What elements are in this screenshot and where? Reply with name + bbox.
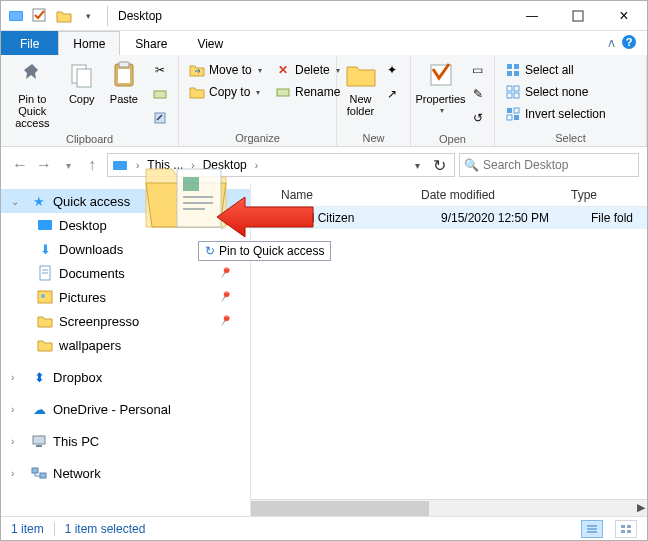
history-button[interactable]: ↺	[466, 107, 490, 129]
svg-rect-22	[514, 93, 519, 98]
chevron-right-icon[interactable]: ›	[187, 160, 198, 171]
minimize-button[interactable]: —	[509, 1, 555, 31]
tree-item-documents[interactable]: Documents📍	[1, 261, 250, 285]
shortcut-icon	[152, 110, 168, 126]
search-box[interactable]: 🔍 Search Desktop	[459, 153, 639, 177]
svg-rect-19	[507, 86, 512, 91]
star-icon: ★	[31, 193, 47, 209]
rename-button[interactable]: Rename	[271, 81, 344, 103]
tab-share[interactable]: Share	[120, 31, 182, 55]
new-item-button[interactable]: ✦	[380, 59, 404, 81]
qat-newfolder-icon[interactable]	[53, 5, 75, 27]
invert-selection-button[interactable]: Invert selection	[501, 103, 610, 125]
file-row[interactable]: Digital Citizen 9/15/2020 12:50 PM File …	[251, 207, 647, 229]
move-to-icon	[189, 62, 205, 78]
easy-access-button[interactable]: ↗	[380, 83, 404, 105]
select-none-button[interactable]: Select none	[501, 81, 592, 103]
column-date[interactable]: Date modified	[411, 188, 561, 202]
svg-rect-25	[507, 115, 512, 120]
address-history-button[interactable]: ▾	[406, 154, 428, 176]
recent-locations-button[interactable]: ▾	[57, 154, 79, 176]
pin-to-quick-access-button[interactable]: Pin to Quick access	[7, 59, 58, 129]
file-type: File fold	[591, 211, 647, 225]
tree-onedrive[interactable]: › ☁ OneDrive - Personal	[1, 397, 250, 421]
navigation-tree[interactable]: ⌄ ★ Quick access Desktop📍 ⬇ Downloads📍 D…	[1, 183, 251, 516]
chevron-right-icon[interactable]: ›	[251, 160, 262, 171]
easy-access-icon: ↗	[384, 86, 400, 102]
column-type[interactable]: Type	[561, 188, 607, 202]
pin-icon: 📍	[216, 312, 235, 331]
delete-button[interactable]: ✕ Delete▾	[271, 59, 344, 81]
svg-rect-23	[507, 108, 512, 113]
search-icon: 🔍	[464, 158, 479, 172]
breadcrumb-root[interactable]: This ...	[147, 158, 183, 172]
chevron-down-icon[interactable]: ⌄	[11, 196, 25, 207]
tree-item-desktop[interactable]: Desktop📍	[1, 213, 250, 237]
svg-rect-28	[38, 220, 52, 230]
tree-quick-access[interactable]: ⌄ ★ Quick access	[1, 189, 250, 213]
help-icon[interactable]: ?	[621, 34, 637, 53]
open-button[interactable]: ▭	[466, 59, 490, 81]
svg-rect-7	[77, 69, 91, 87]
tree-item-screenpresso[interactable]: Screenpresso📍	[1, 309, 250, 333]
copy-to-button[interactable]: Copy to▾	[185, 81, 264, 103]
select-all-button[interactable]: Select all	[501, 59, 578, 81]
window-title: Desktop	[112, 9, 162, 23]
path-icon	[152, 86, 168, 102]
qat-dropdown-icon[interactable]: ▾	[77, 5, 99, 27]
scrollbar-thumb[interactable]	[251, 501, 429, 516]
refresh-button[interactable]: ↻	[428, 154, 450, 176]
chevron-right-icon[interactable]: ›	[11, 468, 25, 479]
details-view-button[interactable]	[581, 520, 603, 538]
up-button[interactable]: ↑	[81, 154, 103, 176]
rename-icon	[275, 84, 291, 100]
desktop-icon	[37, 217, 53, 233]
ribbon-tabs: File Home Share View ʌ ?	[1, 31, 647, 55]
back-button[interactable]: ←	[9, 154, 31, 176]
chevron-right-icon[interactable]: ›	[132, 160, 143, 171]
thumbnails-view-button[interactable]	[615, 520, 637, 538]
tab-home[interactable]: Home	[58, 31, 120, 55]
maximize-button[interactable]	[555, 1, 601, 31]
column-headers[interactable]: Name Date modified Type	[251, 183, 647, 207]
close-button[interactable]: ×	[601, 1, 647, 31]
nav-row: ← → ▾ ↑ › This ... › Desktop › ▾ ↻ 🔍 Sea…	[1, 147, 647, 183]
invert-selection-icon	[505, 106, 521, 122]
chevron-right-icon[interactable]: ›	[11, 404, 25, 415]
copy-icon	[66, 59, 98, 91]
svg-rect-9	[119, 62, 129, 67]
forward-button[interactable]: →	[33, 154, 55, 176]
paste-button[interactable]: Paste	[106, 59, 142, 105]
breadcrumb-current[interactable]: Desktop	[203, 158, 247, 172]
svg-rect-37	[40, 473, 46, 478]
tab-file[interactable]: File	[1, 31, 58, 55]
svg-rect-18	[514, 71, 519, 76]
chevron-right-icon[interactable]: ›	[11, 436, 25, 447]
edit-icon: ✎	[470, 86, 486, 102]
tree-dropbox[interactable]: › ⬍ Dropbox	[1, 365, 250, 389]
edit-button[interactable]: ✎	[466, 83, 490, 105]
file-name: Digital Citizen	[281, 211, 441, 225]
copy-button[interactable]: Copy	[64, 59, 100, 105]
group-label-new: New	[337, 132, 410, 146]
tree-item-pictures[interactable]: Pictures📍	[1, 285, 250, 309]
location-icon	[112, 157, 128, 173]
tree-network[interactable]: › Network	[1, 461, 250, 485]
tab-view[interactable]: View	[182, 31, 238, 55]
horizontal-scrollbar[interactable]: ▶	[251, 499, 647, 516]
copy-path-button[interactable]	[148, 83, 172, 105]
column-name[interactable]: Name	[251, 188, 411, 202]
tree-item-wallpapers[interactable]: wallpapers	[1, 333, 250, 357]
chevron-right-icon[interactable]: ›	[11, 372, 25, 383]
address-bar[interactable]: › This ... › Desktop › ▾ ↻	[107, 153, 455, 177]
tree-this-pc[interactable]: › This PC	[1, 429, 250, 453]
paste-shortcut-button[interactable]	[148, 107, 172, 129]
scroll-right-icon[interactable]: ▶	[637, 501, 645, 514]
collapse-ribbon-icon[interactable]: ʌ	[608, 36, 615, 50]
cut-button[interactable]: ✂	[148, 59, 172, 81]
qat-properties-icon[interactable]	[29, 5, 51, 27]
move-to-button[interactable]: Move to▾	[185, 59, 266, 81]
pin-icon: 📍	[216, 216, 235, 235]
properties-button[interactable]: Properties▾	[415, 59, 465, 116]
status-item-count: 1 item	[11, 522, 44, 536]
